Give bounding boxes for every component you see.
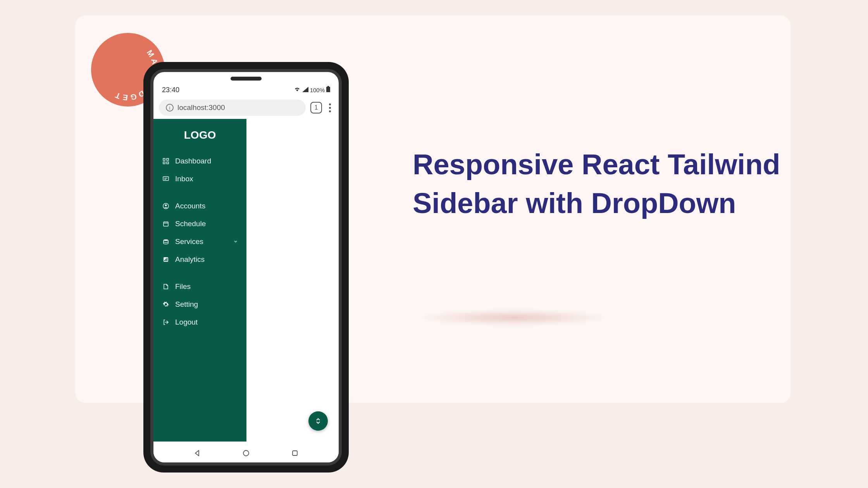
- back-button[interactable]: [193, 448, 202, 458]
- svg-rect-6: [167, 162, 169, 164]
- sidebar-item-label: Accounts: [175, 202, 205, 210]
- tabs-button[interactable]: 1: [310, 102, 322, 113]
- dashboard-icon: [162, 157, 170, 165]
- browser-toolbar: i localhost:3000 1: [153, 96, 339, 119]
- wifi-icon: [294, 86, 301, 94]
- sidebar-item-label: Dashboard: [175, 157, 211, 165]
- account-icon: [162, 202, 170, 210]
- inbox-icon: [162, 175, 170, 183]
- battery-text: 100%: [310, 87, 325, 93]
- sidebar-item-label: Setting: [175, 300, 198, 309]
- phone-speaker: [231, 77, 262, 81]
- svg-rect-3: [163, 158, 165, 160]
- svg-rect-14: [165, 259, 166, 261]
- schedule-icon: [162, 220, 170, 228]
- svg-rect-17: [293, 451, 297, 455]
- sidebar-item-analytics[interactable]: Analytics: [153, 251, 246, 268]
- sidebar-item-label: Analytics: [175, 255, 205, 264]
- more-menu-button[interactable]: [327, 103, 333, 112]
- logout-icon: [162, 318, 170, 326]
- sidebar-item-logout[interactable]: Logout: [153, 313, 246, 331]
- sidebar-item-setting[interactable]: Setting: [153, 296, 246, 313]
- sidebar-item-label: Inbox: [175, 175, 193, 183]
- page-title: Responsive React Tailwind Sidebar with D…: [413, 145, 785, 223]
- home-button[interactable]: [241, 448, 251, 458]
- svg-rect-13: [164, 260, 165, 261]
- url-bar[interactable]: i localhost:3000: [159, 100, 306, 116]
- sidebar-item-inbox[interactable]: Inbox: [153, 170, 246, 188]
- toggle-sidebar-fab[interactable]: [308, 411, 328, 431]
- analytics-icon: [162, 256, 170, 263]
- sidebar-item-label: Logout: [175, 318, 198, 326]
- services-icon: [162, 238, 170, 246]
- gear-icon: [162, 301, 170, 308]
- title-shadow: [417, 310, 610, 325]
- tab-count: 1: [315, 104, 318, 111]
- svg-point-9: [165, 204, 167, 206]
- sidebar-item-label: Files: [175, 282, 191, 291]
- files-icon: [162, 283, 170, 290]
- url-text: localhost:3000: [177, 103, 225, 112]
- android-nav-bar: [153, 442, 339, 462]
- svg-rect-2: [326, 87, 330, 92]
- sidebar-item-accounts[interactable]: Accounts: [153, 197, 246, 215]
- sidebar-item-services[interactable]: Services: [153, 233, 246, 251]
- svg-point-16: [243, 450, 249, 456]
- svg-rect-10: [164, 222, 168, 226]
- svg-point-11: [164, 239, 168, 241]
- svg-rect-4: [167, 158, 169, 160]
- sidebar-logo: LOGO: [153, 126, 246, 152]
- sidebar: LOGO Dashboard Inbox: [153, 119, 246, 442]
- sidebar-item-schedule[interactable]: Schedule: [153, 215, 246, 233]
- sidebar-item-label: Services: [175, 237, 203, 246]
- sidebar-item-files[interactable]: Files: [153, 278, 246, 296]
- svg-rect-5: [163, 162, 165, 164]
- phone-mockup: 23:40 100% i localhost:: [143, 62, 349, 473]
- signal-icon: [302, 86, 308, 94]
- sidebar-item-label: Schedule: [175, 220, 206, 228]
- svg-rect-15: [167, 258, 167, 261]
- svg-rect-7: [163, 177, 169, 180]
- battery-icon: [326, 86, 330, 94]
- sidebar-item-dashboard[interactable]: Dashboard: [153, 152, 246, 170]
- status-time: 23:40: [162, 86, 179, 94]
- svg-rect-1: [327, 86, 329, 87]
- recents-button[interactable]: [290, 448, 300, 458]
- chevron-down-icon: [233, 239, 238, 245]
- info-icon: i: [166, 104, 174, 112]
- status-bar: 23:40 100%: [153, 84, 339, 96]
